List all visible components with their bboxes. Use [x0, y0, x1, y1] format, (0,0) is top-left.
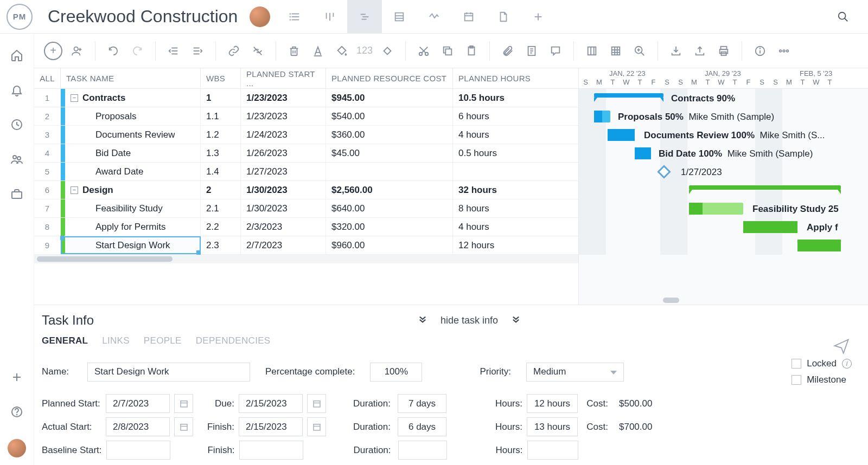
- table-row[interactable]: 1−Contracts11/23/2023$945.0010.5 hours: [34, 89, 578, 107]
- hours-cell[interactable]: 12 hours: [453, 236, 578, 254]
- comment-icon[interactable]: [546, 42, 565, 60]
- number-format-icon[interactable]: 123: [356, 45, 373, 56]
- gantt-bar-proposals[interactable]: [594, 111, 610, 122]
- calendar-icon[interactable]: [174, 394, 193, 413]
- locked-checkbox[interactable]: [792, 359, 801, 369]
- board-view-icon[interactable]: [312, 0, 347, 34]
- wbs-cell[interactable]: 2.1: [201, 199, 241, 217]
- calendar-icon[interactable]: [307, 417, 326, 436]
- hours-cell[interactable]: 6 hours: [453, 107, 578, 125]
- plus-icon[interactable]: [9, 370, 24, 385]
- chevron-double-down-icon[interactable]: [418, 314, 427, 327]
- cost-cell[interactable]: $2,560.00: [326, 181, 453, 199]
- hours-field-3[interactable]: [527, 441, 578, 460]
- gantt-bar-bid[interactable]: [635, 147, 651, 159]
- undo-icon[interactable]: [104, 42, 123, 60]
- briefcase-icon[interactable]: [9, 186, 24, 202]
- tab-links[interactable]: LINKS: [102, 335, 130, 346]
- print-icon[interactable]: [714, 42, 733, 60]
- collapse-icon[interactable]: −: [71, 94, 78, 102]
- redo-icon[interactable]: [128, 42, 146, 60]
- team-icon[interactable]: [9, 152, 24, 167]
- hours-cell[interactable]: 4 hours: [453, 126, 578, 144]
- duration-field-2[interactable]: [398, 417, 446, 436]
- wbs-cell[interactable]: 2.3: [201, 236, 241, 254]
- start-cell[interactable]: 1/30/2023: [241, 199, 326, 217]
- col-all[interactable]: ALL: [34, 68, 61, 88]
- wbs-cell[interactable]: 1.3: [201, 144, 241, 162]
- outdent-icon[interactable]: [164, 42, 183, 60]
- start-cell[interactable]: 1/27/2023: [241, 163, 326, 180]
- tab-general[interactable]: GENERAL: [42, 335, 88, 346]
- cost-cell[interactable]: $945.00: [326, 89, 453, 107]
- col-planned-cost[interactable]: PLANNED RESOURCE COST: [326, 68, 453, 88]
- wbs-cell[interactable]: 1: [201, 89, 241, 107]
- wbs-cell[interactable]: 1.2: [201, 126, 241, 144]
- gantt-chart[interactable]: JAN, 22 '23 JAN, 29 '23 FEB, 5 '23 SMTWT…: [579, 68, 868, 305]
- unlink-icon[interactable]: [248, 42, 267, 60]
- project-title[interactable]: Creekwood Construction: [48, 7, 238, 27]
- wbs-cell[interactable]: 1.4: [201, 163, 241, 180]
- info-icon[interactable]: i: [842, 359, 852, 369]
- search-icon[interactable]: [826, 0, 860, 34]
- name-field[interactable]: [87, 363, 250, 382]
- hours-cell[interactable]: 0.5 hours: [453, 144, 578, 162]
- table-row[interactable]: 2Proposals1.11/23/2023$540.006 hours: [34, 107, 578, 126]
- file-view-icon[interactable]: [486, 0, 521, 34]
- workload-view-icon[interactable]: [417, 0, 451, 34]
- hours-cell[interactable]: 10.5 hours: [453, 89, 578, 107]
- calendar-icon[interactable]: [174, 417, 193, 436]
- collapse-icon[interactable]: −: [71, 186, 78, 194]
- task-name-cell[interactable]: −Contracts: [61, 89, 201, 107]
- task-name-cell[interactable]: Start Design Work: [61, 236, 201, 254]
- baseline-start-field[interactable]: [106, 441, 170, 460]
- start-cell[interactable]: 1/23/2023: [241, 107, 326, 125]
- gantt-bar-contracts[interactable]: [594, 93, 663, 98]
- finish-field[interactable]: [239, 417, 303, 436]
- table-row[interactable]: 5Award Date1.41/27/2023: [34, 163, 578, 181]
- gantt-bar-docs[interactable]: [608, 129, 635, 141]
- calendar-view-icon[interactable]: [451, 0, 486, 34]
- gantt-view-icon[interactable]: [347, 0, 382, 34]
- font-icon[interactable]: [309, 42, 327, 60]
- duration-field-1[interactable]: [398, 394, 446, 413]
- avatar[interactable]: [250, 7, 270, 27]
- zoom-icon[interactable]: [630, 42, 649, 60]
- tab-people[interactable]: PEOPLE: [144, 335, 182, 346]
- clock-icon[interactable]: [9, 117, 24, 132]
- task-name-cell[interactable]: Proposals: [61, 107, 201, 125]
- task-name-cell[interactable]: Bid Date: [61, 144, 201, 162]
- table-row[interactable]: 9Start Design Work2.32/7/2023$960.0012 h…: [34, 236, 578, 255]
- gantt-bar-feasibility[interactable]: [689, 203, 743, 215]
- col-wbs[interactable]: WBS: [201, 68, 241, 88]
- grid-icon[interactable]: [607, 42, 625, 60]
- copy-icon[interactable]: [438, 42, 457, 60]
- table-row[interactable]: 8Apply for Permits2.22/3/2023$320.004 ho…: [34, 218, 578, 236]
- add-task-button[interactable]: +: [44, 42, 62, 60]
- task-name-cell[interactable]: Documents Review: [61, 126, 201, 144]
- diamond-icon[interactable]: [378, 42, 397, 60]
- gantt-bar-apply[interactable]: [743, 221, 797, 233]
- hours-field-2[interactable]: [527, 417, 578, 436]
- hours-cell[interactable]: 8 hours: [453, 199, 578, 217]
- table-row[interactable]: 6−Design21/30/2023$2,560.0032 hours: [34, 181, 578, 199]
- sheet-view-icon[interactable]: [382, 0, 417, 34]
- duration-field-3[interactable]: [398, 441, 447, 460]
- hide-task-info-button[interactable]: hide task info: [441, 315, 498, 326]
- gantt-horizontal-scrollbar[interactable]: [579, 296, 868, 305]
- due-field[interactable]: [239, 394, 303, 413]
- note-icon[interactable]: [522, 42, 541, 60]
- col-planned-hours[interactable]: PLANNED HOURS: [453, 68, 578, 88]
- cost-cell[interactable]: $960.00: [326, 236, 453, 254]
- cost-cell[interactable]: [326, 163, 453, 180]
- export-icon[interactable]: [691, 42, 709, 60]
- wbs-cell[interactable]: 2.2: [201, 218, 241, 236]
- start-cell[interactable]: 2/3/2023: [241, 218, 326, 236]
- milestone-checkbox[interactable]: [792, 375, 801, 385]
- hours-cell[interactable]: [453, 163, 578, 180]
- indent-icon[interactable]: [188, 42, 207, 60]
- chevron-double-down-icon[interactable]: [511, 314, 521, 327]
- user-avatar-bottom[interactable]: [8, 439, 26, 457]
- finish-field-2[interactable]: [239, 441, 303, 460]
- hours-cell[interactable]: 32 hours: [453, 181, 578, 199]
